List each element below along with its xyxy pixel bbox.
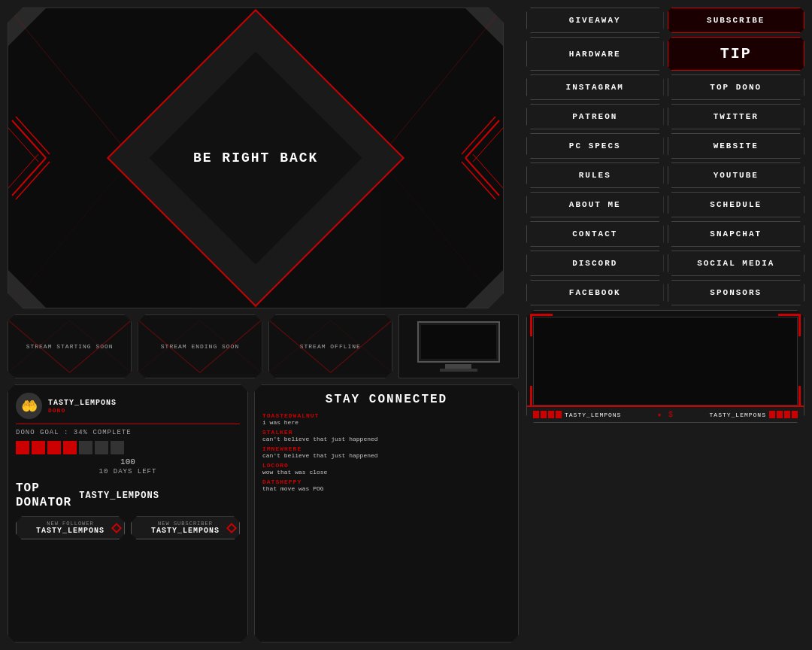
top-donator-name: TASTY_LEMPONS — [79, 491, 159, 501]
chat-msg-0: TOASTeDWALNUT i was here — [262, 412, 511, 426]
chat-username-4: DATSHepPY — [262, 478, 511, 485]
chat-messages: TOASTeDWALNUT i was here STaLKeR can't b… — [262, 412, 511, 492]
star-icon: ★ — [657, 410, 662, 419]
diamond-inner: BE RIGHT BACK — [150, 52, 362, 265]
dono-header: 🤲 TASTY_LEMPONS DONO — [16, 393, 240, 424]
top-dono-button[interactable]: TOP DONO — [668, 74, 805, 100]
contact-button[interactable]: CONTACT — [526, 221, 664, 247]
bar-r3 — [784, 411, 790, 418]
chat-msg-3: LOCORo wow that was close — [262, 462, 511, 475]
follower-sub-row: NEW FOLLOWER TASTY_LEMPONS NEW SUBSCRIBE… — [16, 516, 240, 539]
small-panel-offline: STREAM OFFLINE — [268, 314, 392, 378]
discord-button[interactable]: DISCORD — [526, 251, 664, 276]
website-button[interactable]: WEBSITE — [668, 133, 805, 159]
hardware-button[interactable]: HARDWARE — [526, 37, 664, 71]
about-me-button[interactable]: ABOUT ME — [526, 192, 664, 217]
bar-4 — [556, 411, 562, 418]
chat-text-4: that move was POG — [262, 485, 511, 492]
subscribe-button[interactable]: SUBSCRIBE — [668, 8, 805, 33]
small-panel-starting: STREAM STARTING SOON — [8, 314, 132, 378]
progress-seg-3 — [47, 441, 61, 454]
monitor-panel — [398, 314, 519, 378]
sponsors-button[interactable]: SPONSORS — [668, 280, 805, 305]
right-monitor: TASTY_LEMPONS ★ $ TASTY_LEMPONS — [526, 310, 804, 423]
dollar-icon: $ — [668, 411, 674, 419]
chat-msg-1: STaLKeR can't believe that just happened — [262, 429, 511, 442]
chat-username-3: LOCORo — [262, 462, 511, 469]
new-subscriber-box: NEW SUBSCRIBER TASTY_LEMPONS — [131, 516, 240, 539]
new-follower-label: NEW FOLLOWER — [23, 521, 118, 527]
small-panel-ending: STREAM ENDING SOON — [138, 314, 262, 378]
chat-text-2: can't believe that just happened — [262, 452, 511, 459]
chat-username-0: TOASTeDWALNUT — [262, 412, 511, 419]
social-media-button[interactable]: SOCIAL MEDIA — [668, 251, 805, 276]
bar-2 — [541, 411, 547, 418]
dono-goal-text: DONO GOAL : 34% COMPLETE — [16, 429, 240, 436]
new-follower-box: NEW FOLLOWER TASTY_LEMPONS — [16, 516, 125, 539]
monitor-name-left: TASTY_LEMPONS — [565, 412, 621, 418]
progress-days: 10 DAYS LEFT — [16, 468, 240, 475]
chat-text-3: wow that was close — [262, 469, 511, 475]
top-donator-label: TOPDONATOR — [16, 481, 71, 510]
chat-msg-4: DATSHepPY that move was POG — [262, 478, 511, 492]
progress-seg-7 — [111, 441, 124, 454]
schedule-button[interactable]: SCHEDULE — [668, 192, 805, 217]
small-panels-row: STREAM STARTING SOON STREAM ENDING SOON — [8, 314, 519, 378]
chat-text-1: can't believe that just happened — [262, 436, 511, 442]
progress-amount: 100 — [16, 457, 240, 466]
facebook-button[interactable]: FACEBOOK — [526, 280, 664, 305]
chat-text-0: i was here — [262, 419, 511, 426]
main-video-area: BE RIGHT BACK — [8, 8, 504, 308]
dono-avatar: 🤲 — [16, 393, 42, 419]
progress-bars — [16, 441, 240, 454]
snapchat-button[interactable]: SNAPCHAT — [668, 221, 805, 247]
monitor-name-right: TASTY_LEMPONS — [710, 412, 766, 418]
monitor-red-bars-left — [533, 411, 562, 418]
rules-button[interactable]: RULES — [526, 162, 664, 188]
new-subscriber-label: NEW SUBSCRIBER — [138, 521, 233, 527]
patreon-button[interactable]: PATREON — [526, 104, 664, 129]
giveaway-button[interactable]: GIVEAWAY — [526, 8, 664, 33]
youtube-button[interactable]: YOUTUBE — [668, 162, 805, 188]
progress-seg-2 — [32, 441, 45, 454]
stay-connected-title: STAY CONNECTED — [262, 393, 511, 406]
chat-username-1: STaLKeR — [262, 429, 511, 436]
progress-seg-4 — [63, 441, 77, 454]
bar-r4 — [792, 411, 798, 418]
dono-type: DONO — [48, 407, 117, 414]
pc-specs-button[interactable]: PC SPECS — [526, 133, 664, 159]
new-subscriber-name: TASTY_LEMPONS — [138, 527, 233, 535]
dono-panel: 🤲 TASTY_LEMPONS DONO DONO GOAL : 34% COM… — [8, 384, 248, 642]
bar-1 — [533, 411, 539, 418]
tip-button[interactable]: TIP — [668, 37, 805, 71]
top-donator-section: TOPDONATOR TASTY_LEMPONS — [16, 481, 240, 510]
bar-3 — [548, 411, 554, 418]
monitor-red-bars-right — [769, 411, 798, 418]
bar-r2 — [777, 411, 783, 418]
bar-r1 — [769, 411, 775, 418]
twitter-button[interactable]: TWITTER — [668, 104, 805, 129]
chat-msg-2: IMNeWHere can't believe that just happen… — [262, 445, 511, 459]
progress-seg-5 — [79, 441, 92, 454]
new-follower-name: TASTY_LEMPONS — [23, 527, 118, 535]
progress-seg-6 — [95, 441, 108, 454]
chat-username-2: IMNeWHere — [262, 445, 511, 452]
brb-text: BE RIGHT BACK — [193, 150, 318, 166]
dono-username: TASTY_LEMPONS — [48, 399, 117, 407]
monitor-screen — [533, 317, 798, 405]
monitor-bottom-bar: TASTY_LEMPONS ★ $ TASTY_LEMPONS — [527, 405, 804, 422]
command-buttons-grid: GIVEAWAY SUBSCRIBE HARDWARE TIP INSTAGRA… — [526, 8, 804, 305]
progress-seg-1 — [16, 441, 29, 454]
instagram-button[interactable]: INSTAGRAM — [526, 74, 664, 100]
stay-connected-panel: STAY CONNECTED TOASTeDWALNUT i was here … — [254, 384, 519, 642]
